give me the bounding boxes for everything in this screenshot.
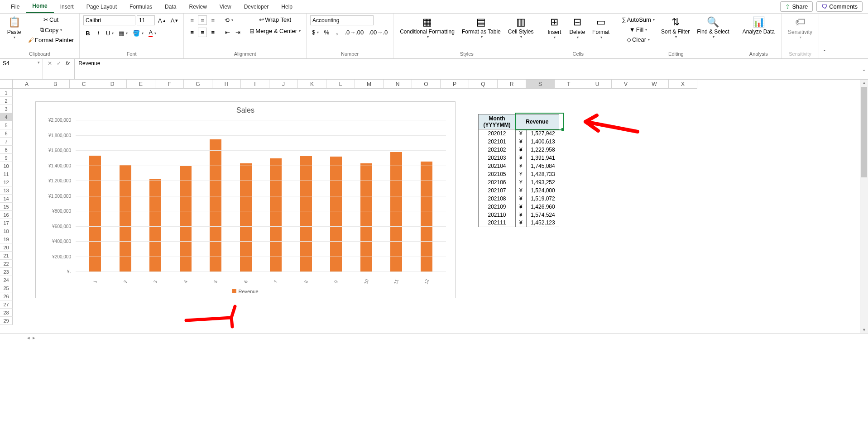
column-header[interactable]: G (184, 80, 212, 89)
insert-cells-button[interactable]: ⊞Insert (544, 15, 565, 40)
tab-developer[interactable]: Developer (238, 1, 275, 13)
cell-value[interactable]: 1,519,072 (526, 195, 559, 203)
table-row[interactable]: 202109¥1,426,960 (479, 203, 559, 211)
tab-insert[interactable]: Insert (54, 1, 80, 13)
decrease-font-button[interactable]: A▾ (169, 16, 180, 25)
cell-value[interactable]: 1,524,000 (526, 186, 559, 195)
row-header[interactable]: 19 (0, 235, 13, 243)
row-header[interactable]: 2 (0, 97, 13, 105)
enter-formula-button[interactable]: ✓ (57, 60, 61, 67)
column-header[interactable]: C (70, 80, 98, 89)
share-button[interactable]: ⇪Share (780, 1, 813, 12)
column-header[interactable]: A (13, 80, 41, 89)
align-center-button[interactable]: ≡ (198, 28, 207, 37)
select-all-corner[interactable] (0, 80, 13, 89)
column-header[interactable]: F (155, 80, 184, 89)
column-header[interactable]: J (269, 80, 298, 89)
column-header[interactable]: W (640, 80, 669, 89)
table-row[interactable]: 202107¥1,524,000 (479, 186, 559, 195)
column-header[interactable]: X (669, 80, 697, 89)
fill-handle[interactable] (561, 128, 564, 131)
table-row[interactable]: 202012¥1,527,942 (479, 129, 559, 138)
wrap-text-button[interactable]: ↩ Wrap Text (248, 15, 302, 24)
table-header-month[interactable]: Month (YYYYMM) (479, 114, 516, 129)
column-header[interactable]: H (212, 80, 241, 89)
selected-cell[interactable] (515, 113, 564, 130)
autosum-button[interactable]: ∑ AutoSum (620, 15, 657, 24)
cancel-formula-button[interactable]: ✕ (48, 60, 52, 67)
name-box[interactable]: S4▾ (0, 59, 43, 79)
table-row[interactable]: 202102¥1,222,958 (479, 146, 559, 154)
table-row[interactable]: 202105¥1,428,733 (479, 170, 559, 178)
cell-month[interactable]: 202110 (479, 211, 516, 219)
cell-value[interactable]: 1,493,252 (526, 178, 559, 186)
chart-bar[interactable] (421, 162, 432, 272)
cell-value[interactable]: 1,745,084 (526, 162, 559, 170)
cut-button[interactable]: ✂ Cut (26, 15, 76, 24)
column-header[interactable]: K (298, 80, 326, 89)
scrollbar-thumb[interactable] (861, 87, 867, 177)
column-header[interactable]: D (98, 80, 127, 89)
cell-month[interactable]: 202012 (479, 129, 516, 138)
align-bottom-button[interactable]: ≡ (208, 16, 217, 24)
column-header[interactable]: L (326, 80, 355, 89)
table-row[interactable]: 202106¥1,493,252 (479, 178, 559, 186)
scroll-up-icon[interactable]: ▲ (860, 81, 868, 85)
row-header[interactable]: 29 (0, 317, 13, 325)
chart-bar[interactable] (240, 163, 252, 272)
row-header[interactable]: 8 (0, 146, 13, 154)
cell-currency[interactable]: ¥ (516, 138, 527, 146)
tab-data[interactable]: Data (158, 1, 182, 13)
tab-page-layout[interactable]: Page Layout (80, 1, 123, 13)
sheet-tab-strip[interactable]: ◂ ▸ (0, 333, 868, 342)
column-header[interactable]: V (612, 80, 640, 89)
table-row[interactable]: 202110¥1,574,524 (479, 211, 559, 219)
row-header[interactable]: 28 (0, 309, 13, 317)
tab-review[interactable]: Review (182, 1, 213, 13)
chart-bar[interactable] (89, 156, 101, 272)
chart-bar[interactable] (149, 179, 161, 272)
cell-currency[interactable]: ¥ (516, 219, 527, 227)
row-header[interactable]: 21 (0, 252, 13, 260)
chart-bar[interactable] (270, 158, 282, 272)
cell-month[interactable]: 202101 (479, 138, 516, 146)
cell-month[interactable]: 202105 (479, 170, 516, 178)
column-header[interactable]: Q (469, 80, 498, 89)
next-sheet-button[interactable]: ▸ (33, 335, 35, 341)
format-as-table-button[interactable]: ▤Format as Table (459, 15, 504, 40)
cell-month[interactable]: 202103 (479, 154, 516, 162)
underline-button[interactable]: U (104, 29, 115, 38)
revenue-table[interactable]: Month (YYYYMM) Revenue 202012¥1,527,9422… (478, 114, 559, 227)
column-header[interactable]: R (498, 80, 526, 89)
cell-month[interactable]: 202108 (479, 195, 516, 203)
row-header[interactable]: 27 (0, 300, 13, 309)
table-row[interactable]: 202111¥1,452,123 (479, 219, 559, 227)
tab-file[interactable]: File (5, 1, 26, 13)
font-name-combo[interactable] (83, 15, 135, 25)
formula-input[interactable]: Revenue (75, 59, 860, 79)
analyze-data-button[interactable]: 📊Analyze Data (740, 15, 777, 36)
align-top-button[interactable]: ≡ (187, 16, 197, 24)
align-middle-button[interactable]: ≡ (198, 15, 207, 25)
chart-bar[interactable] (360, 163, 372, 272)
row-header[interactable]: 7 (0, 138, 13, 146)
fill-color-button[interactable]: 🪣 (131, 29, 145, 38)
percent-button[interactable]: % (322, 28, 331, 37)
cell-value[interactable]: 1,574,524 (526, 211, 559, 219)
row-header[interactable]: 18 (0, 227, 13, 235)
number-format-combo[interactable] (310, 15, 374, 25)
row-header[interactable]: 9 (0, 154, 13, 162)
row-header[interactable]: 25 (0, 284, 13, 292)
sensitivity-button[interactable]: 🏷Sensitivity (785, 15, 815, 40)
row-header[interactable]: 22 (0, 260, 13, 268)
italic-button[interactable]: I (94, 29, 103, 38)
fx-button[interactable]: fx (66, 60, 70, 67)
align-left-button[interactable]: ≡ (187, 28, 197, 37)
copy-button[interactable]: ⧉ Copy (26, 25, 76, 34)
column-header[interactable]: N (384, 80, 412, 89)
paste-button[interactable]: 📋Paste (4, 15, 24, 40)
cell-currency[interactable]: ¥ (516, 186, 527, 195)
cell-month[interactable]: 202109 (479, 203, 516, 211)
cell-value[interactable]: 1,222,958 (526, 146, 559, 154)
cell-month[interactable]: 202106 (479, 178, 516, 186)
